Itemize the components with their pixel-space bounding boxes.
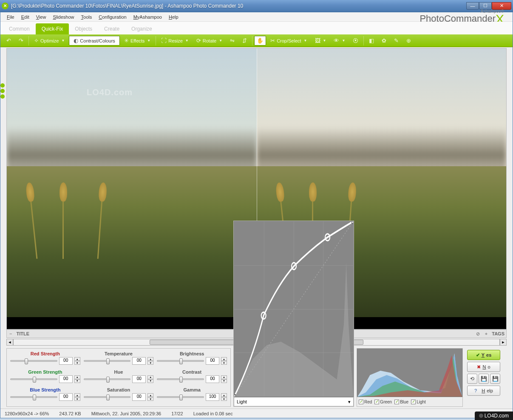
rotate-button[interactable]: ⟳Rotate▼ xyxy=(193,36,226,45)
contrast-icon: ◐ xyxy=(74,37,78,44)
svg-rect-15 xyxy=(352,221,353,224)
histogram-canvas xyxy=(357,349,462,397)
window-maximize-button[interactable]: ☐ xyxy=(479,2,492,10)
scroll-left-button[interactable]: ◄ xyxy=(6,339,13,346)
eye-icon: 👁 xyxy=(334,37,339,44)
tags-add-button[interactable]: + xyxy=(482,331,490,337)
chevron-down-icon: ▾ xyxy=(348,399,351,405)
histogram-check-green[interactable]: ✓Green xyxy=(374,400,392,404)
window-minimize-button[interactable]: — xyxy=(466,2,479,10)
spin-up[interactable]: ▲ xyxy=(74,357,80,361)
tab-common[interactable]: Common xyxy=(3,23,36,34)
save-as-button[interactable]: 💾 xyxy=(490,374,500,384)
status-bar: 1280x960x24 -> 66% 243.72 KB Mittwoch, 2… xyxy=(0,409,513,418)
brush-icon: ✎ xyxy=(394,37,399,44)
wand-icon: ✧ xyxy=(34,37,39,44)
help-button[interactable]: ? Help xyxy=(467,386,500,396)
tab-quick-fix[interactable]: Quick-Fix xyxy=(36,23,69,34)
title-collapse-button[interactable]: − xyxy=(7,331,14,336)
menu-slideshow[interactable]: Slideshow xyxy=(50,14,77,20)
save-button[interactable]: 💾 xyxy=(479,374,489,384)
tab-create[interactable]: Create xyxy=(98,23,125,34)
slider-brightness: Brightness 00▲▼ xyxy=(155,350,229,369)
help-icon: ? xyxy=(474,388,477,393)
cross-icon: ✖ xyxy=(477,364,481,370)
eraser-icon: ◧ xyxy=(369,37,374,44)
rotate-icon: ⟳ xyxy=(196,37,201,44)
svg-rect-11 xyxy=(234,394,235,397)
contrast-colours-button[interactable]: ◐Contrast/Colours xyxy=(69,36,120,45)
undo-icon: ↶ xyxy=(6,37,11,44)
redeye-tool-button[interactable]: ⦿ xyxy=(349,36,362,45)
crop-select-button[interactable]: ✂Crop/Select▼ xyxy=(267,36,310,45)
status-filesize: 243.72 KB xyxy=(59,411,81,416)
optimize-button[interactable]: ✧Optimize▼ xyxy=(31,36,68,45)
spin-down[interactable]: ▼ xyxy=(74,361,80,365)
menu-edit[interactable]: Edit xyxy=(18,14,32,20)
no-button[interactable]: ✖No xyxy=(467,362,500,372)
bottom-panels: Red Strength 00▲▼ Temperature 00▲▼ Brigh… xyxy=(0,346,513,409)
workspace: LO4D.com − TITLE ⊘ + TAGS ◄ xyxy=(0,47,513,418)
window-title: [G:\Produkte\Photo Commander 10\Fotos\FI… xyxy=(11,3,466,9)
status-dimensions: 1280x960x24 -> 66% xyxy=(5,411,49,416)
menu-myashampoo[interactable]: MyAshampoo xyxy=(130,14,165,20)
yes-button[interactable]: ✔Yes xyxy=(467,350,500,360)
watermark: LO4D.com xyxy=(87,88,133,97)
status-loadtime: Loaded in 0.08 sec xyxy=(193,411,233,416)
menu-tools[interactable]: Tools xyxy=(78,14,95,20)
redeye-icon: ⦿ xyxy=(353,37,358,44)
image-tool-button[interactable]: 🖼▼ xyxy=(312,36,330,45)
eraser-button[interactable]: ◧ xyxy=(366,36,377,45)
menu-file[interactable]: File xyxy=(4,14,17,20)
preview-before: LO4D.com xyxy=(7,48,257,329)
app-icon: ✕ xyxy=(2,3,9,9)
status-index: 17/22 xyxy=(171,411,183,416)
brush-button[interactable]: ✎ xyxy=(391,36,402,45)
slider-contrast: Contrast 00▲▼ xyxy=(155,369,229,387)
status-date: Mittwoch, 22. Juni 2005, 20:29:36 xyxy=(91,411,162,416)
tags-label: TAGS xyxy=(490,331,506,337)
title-label: TITLE xyxy=(14,331,31,336)
tab-objects[interactable]: Objects xyxy=(69,23,98,34)
undo-button[interactable]: ↶ xyxy=(3,36,14,45)
eye-tool-button[interactable]: 👁▼ xyxy=(330,36,349,45)
histogram-check-light[interactable]: ✓Light xyxy=(411,400,426,404)
title-clear-button[interactable]: ⊘ xyxy=(473,331,482,337)
redo-icon: ↷ xyxy=(19,37,23,44)
target-button[interactable]: ⊕ xyxy=(403,36,414,45)
save-icon: 💾 xyxy=(481,376,487,382)
slider-temperature: Temperature 00▲▼ xyxy=(82,350,156,369)
tab-organize[interactable]: Organize xyxy=(125,23,158,34)
scroll-right-button[interactable]: ► xyxy=(500,339,507,346)
tone-curve-canvas[interactable] xyxy=(234,221,354,397)
tone-curve-panel: Light▾ xyxy=(233,221,354,407)
effects-icon: ✳ xyxy=(124,37,129,44)
menu-view[interactable]: View xyxy=(33,14,49,20)
sliders-panel: Red Strength 00▲▼ Temperature 00▲▼ Brigh… xyxy=(6,348,231,407)
slider-red-strength: Red Strength 00▲▼ xyxy=(9,350,82,369)
slider-gamma: Gamma 100▲▼ xyxy=(155,386,229,405)
reset-button[interactable]: ⟲ xyxy=(467,374,477,384)
main-tabs: Common Quick-Fix Objects Create Organize xyxy=(0,22,513,34)
redo-button[interactable]: ↷ xyxy=(15,36,27,45)
menu-help[interactable]: Help xyxy=(166,14,181,20)
hand-icon: ✋ xyxy=(257,37,264,44)
menu-configuration[interactable]: Configuration xyxy=(96,14,129,20)
window-close-button[interactable]: ✕ xyxy=(492,2,511,10)
menubar: File Edit View Slideshow Tools Configura… xyxy=(0,12,513,22)
histogram-check-blue[interactable]: ✓Blue xyxy=(394,400,408,404)
histogram-check-red[interactable]: ✓Red xyxy=(359,400,372,404)
flip-h-button[interactable]: ⇋ xyxy=(227,36,238,45)
refresh-icon: ⟲ xyxy=(470,376,474,382)
flip-v-button[interactable]: ⇵ xyxy=(239,36,250,45)
effects-button[interactable]: ✳Effects▼ xyxy=(121,36,154,45)
clone-button[interactable]: ✿ xyxy=(378,36,390,45)
resize-button[interactable]: ⛶Resize▼ xyxy=(158,36,192,45)
hand-tool-button[interactable]: ✋ xyxy=(254,36,266,45)
save-icon: 💾 xyxy=(492,376,499,382)
slider-blue-strength: Blue Strength 00▲▼ xyxy=(9,386,82,405)
check-icon: ✔ xyxy=(476,352,480,358)
quickfix-toolbar: ↶ ↷ ✧Optimize▼ ◐Contrast/Colours ✳Effect… xyxy=(0,34,513,47)
resize-icon: ⛶ xyxy=(161,37,167,44)
curve-preset-select[interactable]: Light▾ xyxy=(234,397,354,406)
